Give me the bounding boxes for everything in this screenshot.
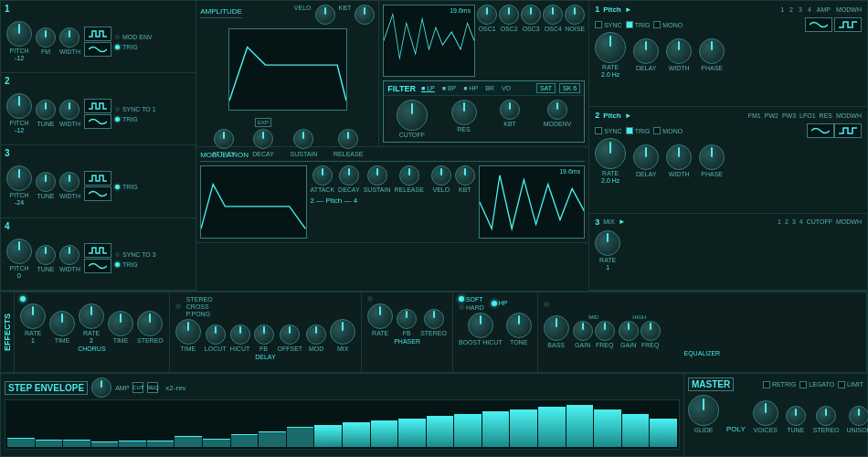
chorus-rate1-knob[interactable] <box>20 303 46 329</box>
step-bar[interactable] <box>622 414 650 448</box>
delay-fb-knob[interactable] <box>254 324 274 345</box>
lfo-2-wave-1[interactable] <box>807 123 834 138</box>
lfo-2-trig-cb[interactable]: TRIG <box>626 127 651 134</box>
wave-btn-3b[interactable] <box>84 186 111 201</box>
lfo-1-wave-1[interactable] <box>805 17 832 32</box>
voices-knob[interactable] <box>753 400 778 426</box>
step-bar[interactable] <box>538 407 566 447</box>
soft-led[interactable] <box>459 296 464 302</box>
osc4-level-knob[interactable] <box>543 5 563 25</box>
osc1-level-knob[interactable] <box>477 5 497 25</box>
chorus-stereo-knob[interactable] <box>137 311 163 336</box>
velo-knob[interactable] <box>315 5 335 25</box>
osc3-level-knob[interactable] <box>521 5 541 25</box>
pitch-knob-4[interactable] <box>6 239 32 264</box>
lfo-1-trig-cb[interactable]: TRIG <box>626 21 651 28</box>
mono-checkbox-1[interactable] <box>653 21 661 28</box>
sync-checkbox-2[interactable] <box>595 127 602 134</box>
lfo-2-width-knob[interactable] <box>666 144 692 170</box>
unison-knob[interactable] <box>849 406 868 426</box>
step-bar[interactable] <box>314 425 342 448</box>
lfo-2-delay-knob[interactable] <box>633 144 659 170</box>
step-amp-knob[interactable] <box>91 377 111 398</box>
limit-item[interactable]: LIMIT <box>838 381 863 388</box>
phaser-fb-knob[interactable] <box>397 309 417 329</box>
mod-release-knob[interactable] <box>399 165 419 186</box>
limit-cb[interactable] <box>838 381 845 388</box>
lfo-1-phase-knob[interactable] <box>699 38 725 64</box>
lfo-1-width-knob[interactable] <box>666 38 692 64</box>
exp-btn[interactable]: EXP <box>255 118 271 127</box>
step-bar[interactable] <box>454 414 482 448</box>
step-bar[interactable] <box>231 434 259 448</box>
delay-locut-knob[interactable] <box>206 324 226 345</box>
lfo-1-rate-knob[interactable] <box>595 32 626 63</box>
wave-btn-3a[interactable] <box>84 171 111 186</box>
chorus-time2-knob[interactable] <box>108 311 133 336</box>
filter-vo-btn[interactable]: VO <box>500 84 513 92</box>
mod-sustain-knob[interactable] <box>367 165 387 186</box>
amp-release-knob[interactable] <box>338 129 358 149</box>
phaser-led[interactable] <box>367 296 373 302</box>
amp-sustain-knob[interactable] <box>293 129 313 149</box>
step-bar[interactable] <box>427 416 454 447</box>
lfo-2-arrow[interactable]: ► <box>625 112 632 120</box>
wave-btn-4a[interactable] <box>84 243 111 258</box>
mid-freq-knob[interactable] <box>595 321 615 341</box>
step-bar[interactable] <box>371 420 398 447</box>
width-knob-2[interactable] <box>59 100 79 120</box>
mod-velo-knob[interactable] <box>431 165 451 186</box>
res-knob[interactable] <box>451 100 477 125</box>
master-tune-knob[interactable] <box>786 406 806 426</box>
step-bar[interactable] <box>175 436 202 447</box>
lfo-1-mono-cb[interactable]: MONO <box>653 21 683 28</box>
lfo-1-wave-2[interactable] <box>834 17 862 32</box>
kbt-knob[interactable] <box>355 5 375 25</box>
modenv-knob[interactable] <box>547 100 567 120</box>
step-bar[interactable] <box>259 431 286 447</box>
lfo-2-mono-cb[interactable]: MONO <box>653 127 683 134</box>
hp-led[interactable] <box>492 301 497 306</box>
step-bar[interactable] <box>36 440 63 447</box>
wave-btn-4b[interactable] <box>84 259 111 273</box>
tone-knob[interactable] <box>506 313 532 338</box>
cutoff-knob[interactable] <box>397 100 428 131</box>
wave-btn-1a[interactable] <box>84 27 111 41</box>
chorus-rate2-knob[interactable] <box>79 303 104 329</box>
lfo-2-sync-cb[interactable]: SYNC <box>595 127 621 134</box>
sat-badge[interactable]: SAT <box>536 83 556 93</box>
step-bar[interactable] <box>63 440 90 448</box>
mod-kbt-knob[interactable] <box>455 165 475 186</box>
lfo-2-wave-2[interactable] <box>834 123 862 138</box>
step-bar[interactable] <box>7 438 35 447</box>
step-bar[interactable] <box>566 405 594 448</box>
phaser-stereo-knob[interactable] <box>424 309 444 329</box>
tune-knob-4[interactable] <box>36 245 56 265</box>
phaser-rate-knob[interactable] <box>367 303 393 329</box>
step-bar[interactable] <box>398 419 426 448</box>
step-bar[interactable] <box>343 422 370 447</box>
lfo-2-rate-knob[interactable] <box>595 138 626 169</box>
filter-br-btn[interactable]: BR <box>483 84 496 92</box>
osc2-level-knob[interactable] <box>499 5 519 25</box>
step-bar[interactable] <box>650 419 677 448</box>
step-bar[interactable] <box>510 409 537 448</box>
step-bar[interactable] <box>119 441 146 447</box>
bass-knob[interactable] <box>544 315 569 341</box>
mod-attack-knob[interactable] <box>312 165 333 186</box>
filter-hp-btn[interactable]: ■ HP <box>461 84 480 92</box>
filter-kbt-knob[interactable] <box>500 100 520 120</box>
glide-knob[interactable] <box>688 395 719 426</box>
step-bar[interactable] <box>147 441 175 447</box>
retrig-cb[interactable] <box>763 381 770 388</box>
trig-checkbox-1[interactable] <box>626 21 633 28</box>
delay-hicut-knob[interactable] <box>230 324 250 345</box>
pitch-knob-2[interactable] <box>6 93 32 119</box>
delay-time-knob[interactable] <box>175 319 201 345</box>
filter-lp-btn[interactable]: ■ LP <box>419 84 437 92</box>
filter-bp-btn[interactable]: ■ BP <box>440 84 459 92</box>
stereo-knob[interactable] <box>816 406 836 426</box>
mid-gain-knob[interactable] <box>573 321 593 341</box>
delay-mix-knob[interactable] <box>330 319 355 345</box>
legato-item[interactable]: LEGATO <box>799 381 834 388</box>
